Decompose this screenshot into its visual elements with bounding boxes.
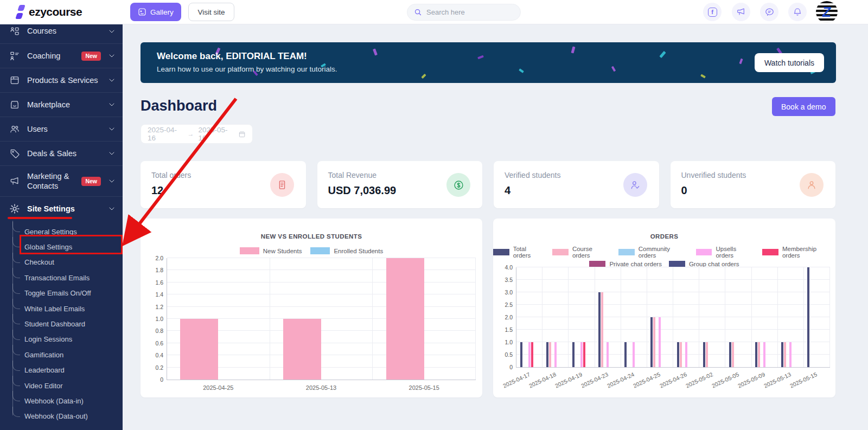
chevron-down-icon <box>108 151 115 156</box>
y-axis-tick-label: 0.4 <box>155 352 163 358</box>
dollar-icon <box>446 173 470 197</box>
megaphone-icon <box>9 176 21 187</box>
search-bar[interactable] <box>407 4 521 21</box>
visit-site-button[interactable]: Visit site <box>188 3 234 21</box>
legend-item[interactable]: Course orders <box>552 246 611 259</box>
date-to: 2025-05-16 <box>198 126 233 142</box>
new-badge: New <box>81 177 101 186</box>
gallery-icon <box>138 8 146 16</box>
submenu-item-white-label-emails[interactable]: White Label Emails <box>24 301 123 316</box>
gear-icon <box>9 203 21 214</box>
submenu-label: Checkout <box>24 258 54 266</box>
marketplace-icon <box>9 99 21 110</box>
welcome-banner: Welcome back, EDITORIAL TEAM! Learn how … <box>141 42 836 83</box>
bar <box>583 342 585 367</box>
legend-item[interactable]: Enrolled Students <box>310 247 383 254</box>
stat-card-unverified-students: Unverified students 0 <box>671 161 836 208</box>
bar <box>807 267 809 367</box>
sidebar-item-label: Courses <box>27 26 102 36</box>
products-icon <box>9 75 21 86</box>
legend-label: Course orders <box>572 246 611 259</box>
chart-category: 2025-05-05 <box>725 267 751 367</box>
submenu-item-student-dashboard[interactable]: Student Dashboard <box>24 316 123 331</box>
legend-item[interactable]: Membership orders <box>762 246 835 259</box>
submenu-label: Webhook (Data-in) <box>24 397 84 405</box>
x-axis-label: 2025-04-25 <box>167 384 270 391</box>
chart-category: 2025-04-24 <box>621 267 647 367</box>
facebook-button[interactable]: f <box>703 3 722 21</box>
submenu-item-webhook-data-in[interactable]: Webhook (Data-in) <box>24 393 123 408</box>
legend-item[interactable]: Total orders <box>493 246 545 259</box>
submenu-item-transactional-emails[interactable]: Transactional Emails <box>24 270 123 285</box>
bar <box>601 292 603 367</box>
date-range-picker[interactable]: 2025-04-16 → 2025-05-16 <box>141 124 253 144</box>
submenu-item-gamification[interactable]: Gamification <box>24 347 123 362</box>
sidebar-item-marketing-contacts[interactable]: Marketing & Contacts New <box>0 165 123 196</box>
bar-group <box>804 267 829 367</box>
sidebar-item-coaching[interactable]: Coaching New <box>0 43 123 68</box>
bar <box>598 292 601 367</box>
chart-legend: New StudentsEnrolled Students <box>141 247 482 254</box>
bar <box>531 342 533 367</box>
chart-category: 2025-04-19 <box>569 267 595 367</box>
x-axis-label: 2025-04-17 <box>502 371 531 389</box>
submenu-label: Leaderboard <box>24 366 65 374</box>
courses-icon <box>9 26 21 37</box>
chart-category: 2025-05-13 <box>778 267 804 367</box>
chart-category: 2025-05-09 <box>752 267 778 367</box>
sidebar-item-users[interactable]: Users <box>0 117 123 141</box>
submenu-label: Student Dashboard <box>24 320 85 328</box>
announcements-button[interactable] <box>732 3 750 21</box>
y-axis-tick-label: 3.0 <box>505 289 513 296</box>
brand-logo[interactable]: ezycourse <box>16 5 82 19</box>
submenu-item-toggle-emails[interactable]: Toggle Emails On/Off <box>24 286 123 301</box>
submenu-item-checkout[interactable]: Checkout <box>24 255 123 270</box>
users-icon <box>9 124 21 134</box>
legend-swatch <box>310 247 330 254</box>
submenu-item-webhook-data-out[interactable]: Webhook (Data-out) <box>24 409 123 424</box>
chevron-down-icon <box>108 78 115 82</box>
calendar-icon <box>238 130 246 138</box>
sidebar-nav: Courses Coaching New Products & Services… <box>0 24 123 221</box>
x-axis-label: 2025-04-23 <box>580 371 609 389</box>
search-input[interactable] <box>426 8 508 16</box>
x-axis-label: 2025-04-25 <box>632 371 661 389</box>
y-axis-tick-label: 2.5 <box>505 301 513 308</box>
submenu-item-video-editor[interactable]: Video Editor <box>24 378 123 393</box>
watch-tutorials-button[interactable]: Watch tutorials <box>755 53 824 72</box>
legend-label: New Students <box>263 248 302 254</box>
sidebar-item-products-services[interactable]: Products & Services <box>0 68 123 92</box>
new-badge: New <box>81 52 101 61</box>
notifications-button[interactable] <box>788 3 807 21</box>
sidebar-item-marketplace[interactable]: Marketplace <box>0 92 123 117</box>
bar-group <box>647 267 673 367</box>
y-axis-tick-label: 1.2 <box>155 304 163 310</box>
bar <box>706 342 708 367</box>
sidebar-item-deals-sales[interactable]: Deals & Sales <box>0 141 123 165</box>
legend-item[interactable]: Community orders <box>618 246 689 259</box>
legend-label: Community orders <box>639 246 689 259</box>
gallery-button[interactable]: Gallery <box>130 3 181 21</box>
x-axis-label: 2025-05-13 <box>763 371 792 389</box>
submenu-label: White Label Emails <box>24 305 85 313</box>
bar <box>549 342 551 367</box>
page-title: Dashboard <box>141 98 217 114</box>
legend-item[interactable]: New Students <box>240 247 302 254</box>
submenu-item-leaderboard[interactable]: Leaderboard <box>24 363 123 378</box>
bar-group <box>778 267 803 367</box>
bar-group <box>621 267 647 367</box>
sidebar-item-courses[interactable]: Courses <box>0 24 123 43</box>
coaching-icon <box>9 50 21 61</box>
book-demo-button[interactable]: Book a demo <box>772 97 835 116</box>
chart-category: 2025-05-15 <box>804 267 830 367</box>
bar <box>528 342 531 367</box>
y-axis-tick-label: 0 <box>509 364 513 370</box>
user-check-icon <box>623 173 647 197</box>
avatar[interactable]: Z <box>816 1 838 23</box>
bar <box>758 342 760 367</box>
messages-button[interactable] <box>760 3 778 21</box>
legend-item[interactable]: Upsells orders <box>696 246 755 259</box>
y-axis-tick-label: 2.0 <box>505 314 513 320</box>
chevron-down-icon <box>108 207 115 211</box>
submenu-item-login-sessions[interactable]: Login Sessions <box>24 332 123 347</box>
